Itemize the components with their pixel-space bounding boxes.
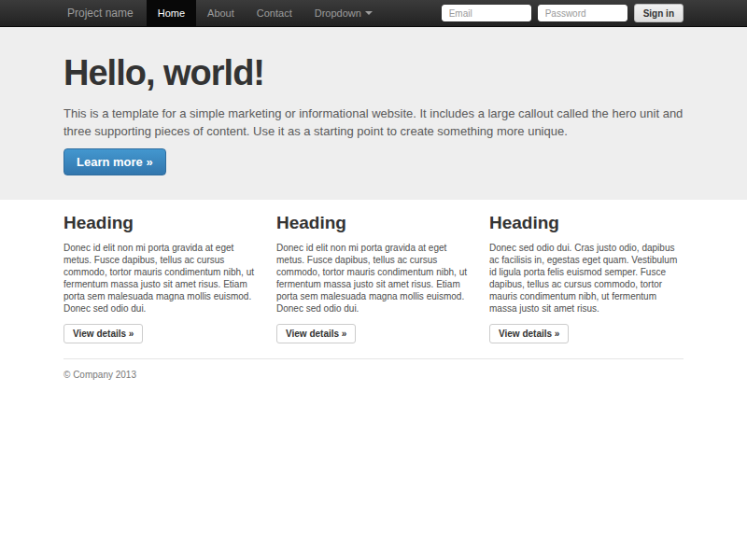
nav-item-about[interactable]: About (196, 0, 246, 26)
hero-section: Hello, world! This is a template for a s… (0, 27, 747, 200)
column-text: Donec id elit non mi porta gravida at eg… (276, 242, 471, 315)
signin-form: Sign in (442, 0, 684, 26)
copyright-text: © Company 2013 (63, 370, 684, 380)
view-details-button-2[interactable]: View details » (276, 324, 356, 343)
column-text: Donec sed odio dui. Cras justo odio, dap… (489, 242, 684, 315)
content-column-2: Heading Donec id elit non mi porta gravi… (276, 213, 471, 343)
nav-item-contact[interactable]: Contact (246, 0, 303, 26)
password-input[interactable] (538, 5, 627, 21)
view-details-button-3[interactable]: View details » (489, 324, 569, 343)
brand-link[interactable]: Project name (63, 0, 137, 26)
nav-item-dropdown[interactable]: Dropdown (303, 0, 384, 26)
footer: © Company 2013 (63, 358, 684, 380)
column-text: Donec id elit non mi porta gravida at eg… (63, 242, 258, 315)
hero-text: This is a template for a simple marketin… (63, 105, 684, 140)
main-nav: Home About Contact Dropdown (147, 0, 384, 26)
navbar: Project name Home About Contact Dropdown… (0, 0, 747, 27)
content-column-1: Heading Donec id elit non mi porta gravi… (63, 213, 258, 343)
page-title: Hello, world! (63, 53, 684, 93)
email-input[interactable] (442, 5, 531, 21)
content-column-3: Heading Donec sed odio dui. Cras justo o… (489, 213, 684, 343)
signin-button[interactable]: Sign in (634, 4, 684, 22)
column-heading: Heading (63, 213, 258, 233)
view-details-button-1[interactable]: View details » (63, 324, 143, 343)
caret-down-icon (365, 11, 373, 15)
main-content: Heading Donec id elit non mi porta gravi… (63, 200, 684, 380)
nav-item-home[interactable]: Home (147, 0, 196, 26)
columns-row: Heading Donec id elit non mi porta gravi… (63, 213, 684, 343)
column-heading: Heading (276, 213, 471, 233)
nav-item-dropdown-label: Dropdown (315, 7, 361, 19)
column-heading: Heading (489, 213, 684, 233)
learn-more-button[interactable]: Learn more » (63, 148, 166, 175)
